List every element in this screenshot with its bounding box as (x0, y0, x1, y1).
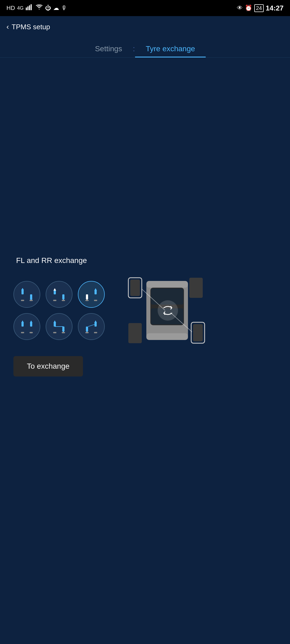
nav-bar: ‹ TPMS setup (0, 16, 290, 38)
svg-rect-35 (86, 327, 88, 331)
svg-rect-16 (86, 294, 88, 299)
back-button[interactable]: ‹ TPMS setup (6, 23, 50, 31)
car-diagram (121, 273, 212, 348)
svg-rect-3 (31, 4, 32, 10)
svg-point-56 (158, 300, 178, 321)
cloud-icon: ☁ (53, 5, 59, 12)
hd-icon: HD (6, 5, 15, 12)
svg-rect-34 (62, 332, 65, 333)
svg-rect-45 (128, 323, 142, 343)
svg-rect-4 (21, 290, 24, 294)
svg-rect-12 (62, 294, 64, 299)
svg-rect-9 (30, 300, 33, 301)
wifi-icon (35, 5, 43, 12)
svg-rect-26 (21, 332, 24, 333)
svg-rect-51 (146, 333, 188, 340)
tyre-pattern-6[interactable] (78, 313, 105, 340)
alarm-icon: ⏰ (245, 5, 252, 12)
mic-icon: 🎙 (61, 5, 67, 12)
svg-marker-5 (21, 288, 24, 290)
status-bar-right: 👁 ⏰ 24 14:27 (237, 4, 284, 12)
icons-section (13, 281, 105, 340)
svg-rect-41 (94, 332, 97, 333)
tyre-pattern-1[interactable] (13, 281, 40, 308)
tabs-container: Settings : Tyre exchange (0, 38, 290, 58)
tab-tyre-exchange[interactable]: Tyre exchange (135, 40, 206, 57)
svg-rect-30 (62, 327, 64, 331)
main-content: FL and RR exchange (0, 58, 290, 644)
tyre-pattern-4[interactable] (13, 313, 40, 340)
svg-rect-6 (30, 294, 32, 299)
svg-rect-8 (21, 300, 24, 301)
svg-marker-29 (53, 320, 56, 323)
svg-rect-37 (95, 322, 97, 327)
svg-marker-19 (94, 288, 97, 291)
svg-rect-20 (85, 300, 89, 301)
svg-rect-0 (26, 8, 27, 10)
battery-icon: 24 (254, 4, 263, 12)
tyre-pattern-5[interactable] (46, 313, 73, 340)
status-bar: HD 4G ⏻ ☁ 🎙 👁 ⏰ 24 14:27 (0, 0, 290, 16)
tab-divider: : (133, 45, 135, 53)
tab-settings[interactable]: Settings (84, 40, 133, 57)
svg-marker-25 (30, 320, 32, 323)
svg-rect-47 (193, 324, 203, 341)
4g-icon: 4G (17, 5, 24, 11)
svg-marker-23 (21, 320, 24, 323)
svg-rect-44 (189, 278, 203, 298)
svg-marker-11 (53, 288, 56, 291)
svg-rect-2 (29, 5, 30, 10)
svg-rect-33 (53, 332, 56, 333)
svg-rect-1 (27, 6, 28, 10)
exchange-label: FL and RR exchange (16, 256, 87, 265)
exchange-container (13, 273, 212, 348)
status-bar-left: HD 4G ⏻ ☁ 🎙 (6, 4, 67, 12)
back-arrow-icon: ‹ (6, 23, 9, 31)
power-icon: ⏻ (45, 5, 51, 12)
svg-rect-28 (54, 322, 56, 327)
svg-rect-27 (30, 332, 33, 333)
svg-rect-15 (62, 300, 65, 301)
tyre-pattern-3[interactable] (78, 281, 105, 308)
svg-rect-21 (94, 300, 97, 301)
svg-rect-18 (95, 290, 97, 294)
svg-marker-38 (94, 320, 97, 323)
tyre-pattern-2[interactable] (46, 281, 73, 308)
svg-rect-10 (54, 290, 56, 294)
svg-rect-40 (85, 332, 89, 333)
svg-rect-14 (53, 300, 56, 301)
status-time: 14:27 (266, 4, 284, 12)
svg-rect-50 (146, 281, 188, 288)
battery-level: 24 (256, 5, 262, 11)
car-diagram-svg (121, 273, 212, 348)
icons-row-2 (13, 313, 105, 340)
svg-rect-24 (30, 322, 32, 327)
signal-icon (26, 4, 33, 12)
svg-rect-22 (21, 322, 24, 327)
nav-title: TPMS setup (12, 23, 50, 31)
to-exchange-button[interactable]: To exchange (13, 356, 83, 376)
icons-row-1 (13, 281, 105, 308)
svg-line-39 (88, 324, 95, 327)
svg-rect-43 (130, 280, 140, 296)
eye-icon: 👁 (237, 5, 243, 12)
